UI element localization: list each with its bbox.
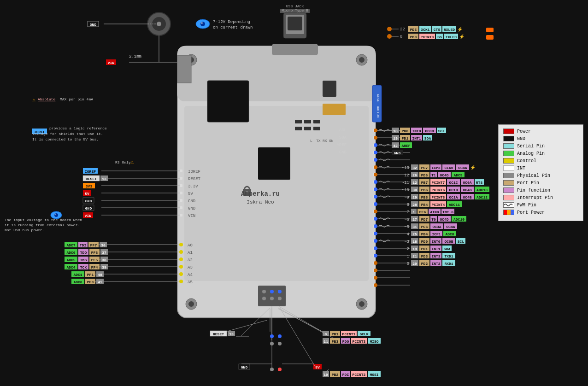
svg-point-145 [374, 217, 377, 221]
svg-rect-28 [207, 81, 249, 122]
svg-text:OC4D: OC4D [440, 173, 448, 177]
svg-text:on current drawn: on current drawn [213, 25, 253, 30]
svg-text:21: 21 [412, 254, 417, 258]
svg-text:8: 8 [407, 203, 409, 207]
svg-rect-58 [180, 206, 182, 209]
legend-color-control [503, 158, 514, 164]
legend-color-portpower: ⚠ [503, 210, 514, 215]
svg-rect-31 [323, 104, 346, 115]
legend-label-control: Control [517, 158, 536, 164]
legend-color-power [503, 129, 514, 134]
svg-text:5V: 5V [188, 192, 193, 196]
svg-text:OC1C: OC1C [449, 181, 458, 185]
svg-text:PD0: PD0 [402, 129, 409, 133]
svg-text:The input voltage to the board: The input voltage to the board when [5, 218, 82, 222]
svg-text:SS: SS [437, 35, 442, 39]
svg-text:PCINT0: PCINT0 [421, 35, 434, 39]
svg-text:~10: ~10 [402, 188, 409, 193]
svg-point-505 [270, 342, 274, 345]
svg-text:SDA: SDA [424, 136, 431, 140]
legend-item-pinfunction: Pin function [503, 187, 578, 193]
svg-text:IOREF: IOREF [188, 170, 200, 174]
svg-text:A4: A4 [188, 273, 193, 277]
legend-color-interrupt [503, 195, 514, 200]
svg-text:T0: T0 [431, 217, 436, 222]
svg-text:1: 1 [407, 254, 409, 259]
svg-text:2: 2 [407, 247, 409, 251]
legend-color-pwm [503, 202, 514, 208]
svg-text:PCINT5: PCINT5 [432, 195, 445, 199]
svg-text:OC3A: OC3A [432, 225, 441, 229]
svg-text:VIN: VIN [85, 214, 92, 218]
svg-rect-57 [180, 199, 182, 202]
svg-point-136 [374, 151, 377, 154]
svg-text:PDI: PDI [342, 373, 349, 377]
svg-text:VIN: VIN [188, 214, 195, 218]
svg-text:ON: ON [329, 139, 334, 143]
svg-point-137 [374, 158, 377, 162]
svg-text:PDO: PDO [342, 339, 349, 344]
legend-item-physical: Physical Pin [503, 173, 578, 178]
legend-item-int: INT [503, 165, 578, 171]
svg-rect-53 [180, 170, 182, 172]
svg-text:ADC1: ADC1 [73, 273, 82, 277]
legend-label-port: Port Pin [517, 181, 539, 186]
legend-label-analog: Analog Pin [517, 151, 545, 156]
svg-point-150 [374, 254, 377, 257]
legend-item-interrupt: Interrupt Pin [503, 195, 578, 200]
svg-text:26: 26 [412, 173, 417, 177]
svg-text:PCINT1: PCINT1 [342, 332, 356, 336]
svg-text:AIN0: AIN0 [430, 210, 439, 214]
svg-rect-37 [313, 127, 320, 130]
svg-text:L: L [310, 139, 312, 143]
svg-text:3V3: 3V3 [86, 184, 93, 188]
svg-text:INT2: INT2 [431, 262, 440, 266]
svg-point-155 [179, 243, 183, 246]
svg-text:⚠: ⚠ [32, 98, 35, 102]
main-container: USB JACK Micro Type B RESET BUTTON [0, 0, 588, 386]
svg-text:RESET: RESET [86, 177, 97, 181]
svg-point-508 [278, 368, 282, 371]
svg-text:~9: ~9 [404, 195, 409, 200]
svg-text:12: 12 [404, 173, 409, 178]
svg-point-10 [188, 301, 194, 307]
svg-text:10: 10 [323, 373, 328, 377]
svg-point-47 [262, 290, 266, 293]
svg-text:⚡: ⚡ [457, 26, 463, 32]
svg-text:PD6: PD6 [421, 173, 428, 177]
svg-text:RX: RX [323, 139, 327, 143]
svg-point-146 [374, 224, 377, 228]
svg-text:USB JACK: USB JACK [286, 4, 304, 8]
svg-text:PF4: PF4 [91, 265, 98, 269]
svg-text:PD3: PD3 [421, 254, 428, 258]
svg-point-156 [179, 250, 183, 254]
legend-color-physical [503, 173, 514, 178]
svg-text:Micro Type B: Micro Type B [282, 8, 308, 12]
svg-text:RXLED: RXLED [444, 28, 455, 32]
legend-item-analog: Analog Pin [503, 151, 578, 156]
svg-text:A5: A5 [188, 280, 193, 285]
svg-point-141 [374, 187, 377, 191]
legend-item-pwm: PWM Pin [503, 202, 578, 208]
svg-text:⚡: ⚡ [470, 164, 476, 170]
svg-text:A2: A2 [188, 258, 193, 263]
svg-text:OC4A: OC4A [458, 166, 467, 170]
svg-text:AREF: AREF [336, 143, 347, 147]
svg-text:RESET BUTTON: RESET BUTTON [376, 94, 380, 117]
svg-text:AREF: AREF [401, 144, 410, 148]
svg-rect-59 [180, 214, 182, 216]
svg-point-506 [278, 342, 282, 345]
svg-point-160 [179, 280, 183, 283]
svg-text:~6: ~6 [404, 217, 409, 222]
svg-text:RTS: RTS [476, 181, 483, 185]
legend-label-power: Power [517, 129, 531, 134]
svg-text:TDI: TDI [80, 243, 87, 247]
svg-text:~11: ~11 [402, 181, 409, 185]
svg-text:29: 29 [412, 195, 417, 199]
svg-text:RESET: RESET [188, 177, 201, 181]
svg-text:PD2: PD2 [421, 262, 428, 266]
legend-color-analog [503, 151, 514, 156]
svg-text:27: 27 [412, 217, 417, 222]
svg-text:PCINT3: PCINT3 [353, 339, 366, 344]
svg-text:12: 12 [412, 181, 417, 185]
